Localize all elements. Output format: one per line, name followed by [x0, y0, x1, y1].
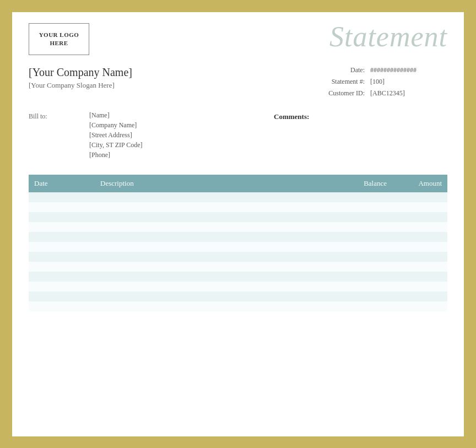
bill-to-details: [Name] [Company Name] [Street Address] […	[89, 111, 263, 161]
col-header-date: Date	[29, 175, 95, 192]
cell-date	[29, 232, 95, 242]
customer-row: Customer ID: [ABC12345]	[282, 89, 447, 98]
company-name: [Your Company Name]	[29, 66, 282, 79]
cell-balance	[326, 301, 392, 311]
table-row	[29, 262, 447, 272]
header: YOUR LOGO HERE Statement	[29, 23, 447, 55]
cell-amount	[392, 252, 447, 262]
bill-to-label: Bill to:	[29, 111, 89, 161]
cell-amount	[392, 232, 447, 242]
cell-description	[95, 192, 326, 202]
cell-description	[95, 212, 326, 222]
cell-description	[95, 272, 326, 282]
cell-amount	[392, 272, 447, 282]
cell-balance	[326, 282, 392, 292]
col-header-amount: Amount	[392, 175, 447, 192]
cell-date	[29, 301, 95, 311]
statement-row: Statement #: [100]	[282, 78, 447, 86]
bill-section: Bill to: [Name] [Company Name] [Street A…	[29, 111, 447, 161]
col-header-description: Description	[95, 175, 326, 192]
statement-value: [100]	[370, 78, 447, 86]
cell-date	[29, 242, 95, 252]
cell-balance	[326, 242, 392, 252]
cell-date	[29, 222, 95, 232]
cell-amount	[392, 262, 447, 272]
table-row	[29, 282, 447, 292]
cell-balance	[326, 292, 392, 301]
bill-city: [City, ST ZIP Code]	[89, 141, 263, 149]
table-row	[29, 301, 447, 311]
logo-text: YOUR LOGO HERE	[36, 31, 82, 47]
cell-description	[95, 282, 326, 292]
table-row	[29, 222, 447, 232]
header-row: Date Description Balance Amount	[29, 175, 447, 192]
cell-balance	[326, 212, 392, 222]
cell-amount	[392, 202, 447, 212]
comments-section: Comments:	[263, 111, 447, 161]
table-row	[29, 292, 447, 301]
cell-balance	[326, 252, 392, 262]
date-value: ##############	[370, 66, 447, 74]
date-row: Date: ##############	[282, 66, 447, 74]
cell-description	[95, 292, 326, 301]
cell-balance	[326, 222, 392, 232]
table-row	[29, 192, 447, 202]
table-row	[29, 232, 447, 242]
table-row	[29, 212, 447, 222]
customer-label: Customer ID:	[310, 89, 370, 98]
cell-date	[29, 252, 95, 262]
cell-balance	[326, 192, 392, 202]
cell-amount	[392, 212, 447, 222]
cell-description	[95, 301, 326, 311]
cell-description	[95, 202, 326, 212]
table-row	[29, 202, 447, 212]
cell-date	[29, 192, 95, 202]
cell-date	[29, 262, 95, 272]
cell-amount	[392, 242, 447, 252]
statement-table: Date Description Balance Amount	[29, 175, 447, 311]
bill-address: [Street Address]	[89, 131, 263, 139]
company-info: [Your Company Name] [Your Company Slogan…	[29, 66, 447, 98]
statement-title: Statement	[329, 20, 447, 53]
cell-description	[95, 262, 326, 272]
cell-description	[95, 222, 326, 232]
col-header-balance: Balance	[326, 175, 392, 192]
company-left: [Your Company Name] [Your Company Slogan…	[29, 66, 282, 98]
cell-date	[29, 272, 95, 282]
cell-description	[95, 232, 326, 242]
cell-date	[29, 282, 95, 292]
table-body	[29, 192, 447, 311]
table-row	[29, 272, 447, 282]
logo-box: YOUR LOGO HERE	[29, 23, 89, 55]
bill-company: [Company Name]	[89, 121, 263, 129]
bill-name: [Name]	[89, 111, 263, 120]
cell-amount	[392, 282, 447, 292]
table-row	[29, 252, 447, 262]
comments-label: Comments:	[274, 112, 309, 121]
statement-page: YOUR LOGO HERE Statement [Your Company N…	[12, 12, 464, 436]
cell-date	[29, 292, 95, 301]
cell-date	[29, 202, 95, 212]
customer-value: [ABC12345]	[370, 89, 447, 98]
date-label: Date:	[310, 66, 370, 74]
cell-date	[29, 212, 95, 222]
table-header: Date Description Balance Amount	[29, 175, 447, 192]
cell-balance	[326, 232, 392, 242]
cell-description	[95, 242, 326, 252]
table-row	[29, 242, 447, 252]
cell-description	[95, 252, 326, 262]
company-right: Date: ############## Statement #: [100] …	[282, 66, 447, 98]
cell-balance	[326, 262, 392, 272]
cell-balance	[326, 202, 392, 212]
statement-label: Statement #:	[310, 78, 370, 86]
bill-phone: [Phone]	[89, 151, 263, 159]
cell-amount	[392, 292, 447, 301]
company-slogan: [Your Company Slogan Here]	[29, 81, 282, 90]
cell-amount	[392, 222, 447, 232]
cell-amount	[392, 192, 447, 202]
cell-amount	[392, 301, 447, 311]
cell-balance	[326, 272, 392, 282]
